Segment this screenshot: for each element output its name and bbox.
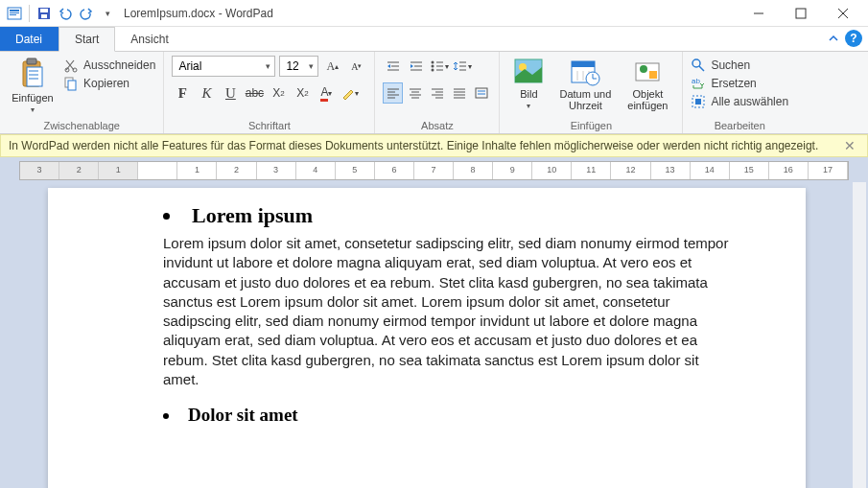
underline-button[interactable]: U	[220, 82, 241, 104]
svg-text:ab: ab	[692, 77, 700, 85]
svg-point-28	[432, 65, 434, 68]
paste-button[interactable]: Einfügen ▾	[8, 56, 58, 114]
copy-button[interactable]: Kopieren	[63, 76, 155, 91]
bold-button[interactable]: F	[172, 82, 193, 104]
align-center-button[interactable]	[405, 82, 425, 104]
svg-rect-6	[41, 14, 47, 18]
warning-text: In WordPad werden nicht alle Features fü…	[9, 139, 818, 152]
scissors-icon	[63, 58, 79, 73]
copy-icon	[63, 76, 79, 91]
svg-line-69	[699, 66, 704, 71]
align-right-button[interactable]	[427, 82, 447, 104]
svg-rect-52	[476, 88, 487, 98]
document-page[interactable]: Lorem ipsum Lorem ipsum dolor sit amet, …	[48, 188, 806, 488]
qat-dropdown-icon[interactable]: ▾	[99, 5, 116, 22]
redo-icon[interactable]	[78, 5, 95, 22]
svg-rect-3	[10, 14, 16, 15]
insert-datetime-button[interactable]: Datum und Uhrzeit	[555, 56, 615, 111]
tab-start[interactable]: Start	[59, 27, 115, 52]
close-button[interactable]	[822, 0, 864, 27]
paragraph-1: Lorem ipsum dolor sit amet, consetetur s…	[163, 234, 739, 389]
group-editing: Suchen ab Ersetzen Alle auswählen Bearbe…	[683, 52, 796, 133]
horizontal-ruler[interactable]: 3 2 1 1 2 3 4 5 6 7 8 9 10 11 12 13 14 1…	[19, 161, 849, 180]
title-bar: ▾ LoremIpsum.docx - WordPad	[0, 0, 868, 27]
strikethrough-button[interactable]: abc	[244, 82, 265, 104]
group-font: Arial▾ 12▾ A▴ A▾ F K U abc X2 X2 A▾ ▾	[164, 52, 375, 133]
insert-picture-button[interactable]: Bild ▾	[507, 56, 550, 110]
window-title: LoremIpsum.docx - WordPad	[124, 7, 273, 20]
svg-rect-2	[10, 12, 19, 13]
font-size-combo[interactable]: 12▾	[279, 56, 318, 77]
heading-2: Dolor sit amet	[163, 405, 739, 426]
ribbon: Einfügen ▾ Ausschneiden Kopieren Zwische…	[0, 52, 868, 134]
minimize-button[interactable]	[738, 0, 780, 27]
svg-rect-8	[796, 9, 806, 18]
paragraph-dialog-button[interactable]	[471, 82, 491, 104]
svg-rect-12	[27, 58, 36, 64]
font-color-button[interactable]: A▾	[316, 82, 337, 104]
replace-icon: ab	[691, 76, 706, 91]
svg-rect-5	[40, 9, 48, 12]
superscript-button[interactable]: X2	[292, 82, 313, 104]
select-all-button[interactable]: Alle auswählen	[691, 94, 788, 109]
cut-button[interactable]: Ausschneiden	[63, 58, 155, 73]
subscript-button[interactable]: X2	[268, 82, 289, 104]
svg-point-68	[692, 59, 700, 67]
compatibility-warning-bar: In WordPad werden nicht alle Features fü…	[0, 134, 868, 157]
undo-icon[interactable]	[57, 5, 74, 22]
decrease-indent-button[interactable]	[383, 56, 404, 77]
document-area: 3 2 1 1 2 3 4 5 6 7 8 9 10 11 12 13 14 1…	[0, 157, 868, 488]
tab-file[interactable]: Datei	[0, 27, 59, 51]
ribbon-tabs: Datei Start Ansicht ?	[0, 27, 868, 52]
group-insert: Bild ▾ Datum und Uhrzeit Objekt einfügen…	[500, 52, 683, 133]
app-icon[interactable]	[6, 5, 23, 22]
shrink-font-button[interactable]: A▾	[346, 56, 366, 77]
vertical-scrollbar[interactable]	[853, 182, 866, 488]
group-paragraph: ▾ ▾ Absatz	[375, 52, 500, 133]
highlight-button[interactable]: ▾	[340, 82, 361, 104]
svg-rect-58	[572, 61, 595, 67]
font-family-combo[interactable]: Arial▾	[172, 56, 275, 77]
grow-font-button[interactable]: A▴	[322, 56, 342, 77]
svg-point-27	[432, 61, 434, 64]
quick-access-toolbar: ▾	[4, 5, 116, 22]
line-spacing-button[interactable]: ▾	[452, 56, 473, 77]
increase-indent-button[interactable]	[406, 56, 427, 77]
bullets-button[interactable]: ▾	[429, 56, 450, 77]
heading-1: Lorem ipsum	[163, 203, 739, 228]
svg-rect-72	[695, 99, 701, 105]
svg-rect-67	[649, 71, 657, 79]
collapse-ribbon-icon[interactable]	[828, 33, 839, 44]
save-icon[interactable]	[35, 5, 53, 22]
group-clipboard: Einfügen ▾ Ausschneiden Kopieren Zwische…	[0, 52, 164, 133]
warning-close-button[interactable]: ✕	[840, 138, 859, 153]
svg-point-66	[640, 65, 647, 73]
insert-object-button[interactable]: Objekt einfügen	[621, 56, 674, 111]
svg-rect-20	[68, 81, 76, 90]
replace-button[interactable]: ab Ersetzen	[691, 76, 788, 91]
tab-view[interactable]: Ansicht	[115, 27, 184, 51]
align-left-button[interactable]	[383, 82, 403, 104]
select-all-icon	[691, 94, 706, 109]
maximize-button[interactable]	[780, 0, 822, 27]
find-button[interactable]: Suchen	[691, 58, 788, 73]
svg-rect-13	[27, 67, 42, 86]
svg-rect-1	[10, 10, 19, 12]
help-button[interactable]: ?	[845, 30, 862, 47]
italic-button[interactable]: K	[196, 82, 217, 104]
svg-point-29	[432, 69, 434, 72]
justify-button[interactable]	[449, 82, 469, 104]
search-icon	[691, 58, 706, 73]
